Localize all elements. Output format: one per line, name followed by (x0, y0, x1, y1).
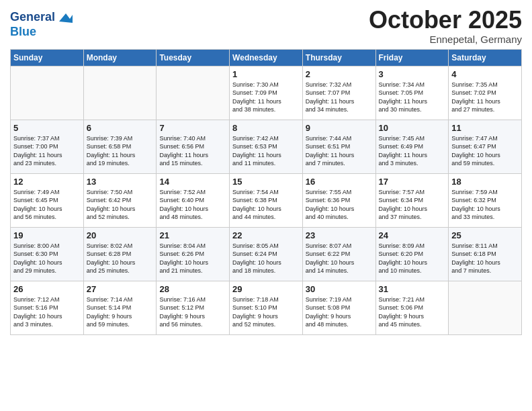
day-number: 22 (232, 230, 300, 240)
day-number: 20 (87, 230, 154, 240)
day-info: Sunrise: 7:32 AMSunset: 7:07 PMDaylight:… (306, 81, 373, 114)
day-info: Sunrise: 7:42 AMSunset: 6:53 PMDaylight:… (232, 134, 300, 168)
calendar-cell: 18Sunrise: 7:59 AMSunset: 6:32 PMDayligh… (449, 173, 522, 227)
day-info: Sunrise: 7:55 AMSunset: 6:36 PMDaylight:… (306, 188, 373, 222)
day-number: 26 (13, 284, 81, 294)
day-info: Sunrise: 7:21 AMSunset: 5:06 PMDaylight:… (379, 295, 446, 329)
day-info: Sunrise: 7:57 AMSunset: 6:34 PMDaylight:… (379, 188, 446, 222)
calendar-cell: 16Sunrise: 7:55 AMSunset: 6:36 PMDayligh… (302, 173, 375, 227)
calendar-cell: 19Sunrise: 8:00 AMSunset: 6:30 PMDayligh… (11, 227, 84, 281)
weekday-header-saturday: Saturday (449, 49, 522, 66)
calendar-week-1: 1Sunrise: 7:30 AMSunset: 7:09 PMDaylight… (11, 66, 522, 120)
day-number: 10 (379, 123, 446, 133)
logo-icon (56, 9, 73, 26)
weekday-header-friday: Friday (375, 49, 449, 66)
calendar-cell: 9Sunrise: 7:44 AMSunset: 6:51 PMDaylight… (302, 120, 375, 173)
day-number: 9 (306, 123, 373, 133)
calendar-cell: 26Sunrise: 7:12 AMSunset: 5:16 PMDayligh… (11, 281, 84, 334)
day-info: Sunrise: 8:05 AMSunset: 6:24 PMDaylight:… (232, 242, 300, 275)
calendar-cell: 2Sunrise: 7:32 AMSunset: 7:07 PMDaylight… (302, 66, 375, 120)
day-number: 16 (306, 177, 373, 187)
calendar-cell: 13Sunrise: 7:50 AMSunset: 6:42 PMDayligh… (83, 173, 157, 227)
day-number: 2 (306, 69, 373, 79)
day-number: 29 (232, 284, 300, 294)
day-info: Sunrise: 8:02 AMSunset: 6:28 PMDaylight:… (87, 242, 154, 275)
calendar-cell: 1Sunrise: 7:30 AMSunset: 7:09 PMDaylight… (230, 66, 303, 120)
day-number: 15 (232, 177, 300, 187)
day-info: Sunrise: 7:40 AMSunset: 6:56 PMDaylight:… (159, 134, 226, 168)
day-info: Sunrise: 7:16 AMSunset: 5:12 PMDaylight:… (159, 295, 226, 329)
calendar-cell: 11Sunrise: 7:47 AMSunset: 6:47 PMDayligh… (449, 120, 522, 173)
day-info: Sunrise: 7:34 AMSunset: 7:05 PMDaylight:… (379, 81, 446, 114)
calendar-cell: 15Sunrise: 7:54 AMSunset: 6:38 PMDayligh… (230, 173, 303, 227)
calendar-cell: 3Sunrise: 7:34 AMSunset: 7:05 PMDaylight… (375, 66, 449, 120)
calendar-cell: 4Sunrise: 7:35 AMSunset: 7:02 PMDaylight… (449, 66, 522, 120)
day-info: Sunrise: 7:52 AMSunset: 6:40 PMDaylight:… (159, 188, 226, 222)
calendar-cell: 8Sunrise: 7:42 AMSunset: 6:53 PMDaylight… (230, 120, 303, 173)
weekday-header-monday: Monday (83, 49, 157, 66)
day-number: 21 (159, 230, 226, 240)
day-number: 28 (159, 284, 226, 294)
logo: General Blue (10, 9, 73, 39)
day-info: Sunrise: 7:37 AMSunset: 7:00 PMDaylight:… (13, 134, 81, 168)
calendar-cell: 27Sunrise: 7:14 AMSunset: 5:14 PMDayligh… (83, 281, 157, 334)
calendar-cell: 17Sunrise: 7:57 AMSunset: 6:34 PMDayligh… (375, 173, 449, 227)
day-number: 5 (13, 123, 81, 133)
calendar-week-4: 19Sunrise: 8:00 AMSunset: 6:30 PMDayligh… (11, 227, 522, 281)
calendar-cell: 29Sunrise: 7:18 AMSunset: 5:10 PMDayligh… (230, 281, 303, 334)
weekday-header-sunday: Sunday (11, 49, 84, 66)
calendar-cell (11, 66, 84, 120)
calendar-cell (83, 66, 157, 120)
calendar-week-3: 12Sunrise: 7:49 AMSunset: 6:45 PMDayligh… (11, 173, 522, 227)
calendar-cell: 22Sunrise: 8:05 AMSunset: 6:24 PMDayligh… (230, 227, 303, 281)
day-number: 17 (379, 177, 446, 187)
calendar-cell: 21Sunrise: 8:04 AMSunset: 6:26 PMDayligh… (157, 227, 230, 281)
calendar-cell: 31Sunrise: 7:21 AMSunset: 5:06 PMDayligh… (375, 281, 449, 334)
calendar-cell: 14Sunrise: 7:52 AMSunset: 6:40 PMDayligh… (157, 173, 230, 227)
calendar-cell: 5Sunrise: 7:37 AMSunset: 7:00 PMDaylight… (11, 120, 84, 173)
logo-text-blue: Blue (10, 25, 36, 38)
calendar-cell: 30Sunrise: 7:19 AMSunset: 5:08 PMDayligh… (302, 281, 375, 334)
day-number: 4 (451, 69, 519, 79)
day-number: 7 (159, 123, 226, 133)
day-number: 13 (87, 177, 154, 187)
day-info: Sunrise: 7:50 AMSunset: 6:42 PMDaylight:… (87, 188, 154, 222)
day-number: 14 (159, 177, 226, 187)
calendar-cell: 7Sunrise: 7:40 AMSunset: 6:56 PMDaylight… (157, 120, 230, 173)
day-number: 19 (13, 230, 81, 240)
day-info: Sunrise: 7:59 AMSunset: 6:32 PMDaylight:… (451, 188, 519, 222)
day-number: 1 (232, 69, 300, 79)
day-number: 18 (451, 177, 519, 187)
month-title: October 2025 (369, 7, 522, 34)
day-number: 24 (379, 230, 446, 240)
day-number: 27 (87, 284, 154, 294)
day-info: Sunrise: 7:18 AMSunset: 5:10 PMDaylight:… (232, 295, 300, 329)
day-info: Sunrise: 7:54 AMSunset: 6:38 PMDaylight:… (232, 188, 300, 222)
weekday-header-wednesday: Wednesday (230, 49, 303, 66)
day-info: Sunrise: 8:09 AMSunset: 6:20 PMDaylight:… (379, 242, 446, 275)
day-number: 25 (451, 230, 519, 240)
calendar-cell: 20Sunrise: 8:02 AMSunset: 6:28 PMDayligh… (83, 227, 157, 281)
calendar-cell (449, 281, 522, 334)
day-info: Sunrise: 7:45 AMSunset: 6:49 PMDaylight:… (379, 134, 446, 168)
day-number: 3 (379, 69, 446, 79)
day-info: Sunrise: 7:14 AMSunset: 5:14 PMDaylight:… (87, 295, 154, 329)
day-info: Sunrise: 8:07 AMSunset: 6:22 PMDaylight:… (306, 242, 373, 275)
day-info: Sunrise: 7:39 AMSunset: 6:58 PMDaylight:… (87, 134, 154, 168)
day-info: Sunrise: 7:19 AMSunset: 5:08 PMDaylight:… (306, 295, 373, 329)
logo-text-general: General (10, 11, 55, 24)
title-area: October 2025 Ennepetal, Germany (369, 7, 522, 45)
calendar-cell: 6Sunrise: 7:39 AMSunset: 6:58 PMDaylight… (83, 120, 157, 173)
day-number: 8 (232, 123, 300, 133)
calendar-cell (157, 66, 230, 120)
day-number: 11 (451, 123, 519, 133)
day-number: 6 (87, 123, 154, 133)
calendar-cell: 25Sunrise: 8:11 AMSunset: 6:18 PMDayligh… (449, 227, 522, 281)
day-number: 31 (379, 284, 446, 294)
day-info: Sunrise: 7:49 AMSunset: 6:45 PMDaylight:… (13, 188, 81, 222)
day-info: Sunrise: 8:00 AMSunset: 6:30 PMDaylight:… (13, 242, 81, 275)
day-number: 30 (306, 284, 373, 294)
calendar-cell: 10Sunrise: 7:45 AMSunset: 6:49 PMDayligh… (375, 120, 449, 173)
calendar-table: SundayMondayTuesdayWednesdayThursdayFrid… (10, 49, 522, 335)
calendar-cell: 24Sunrise: 8:09 AMSunset: 6:20 PMDayligh… (375, 227, 449, 281)
